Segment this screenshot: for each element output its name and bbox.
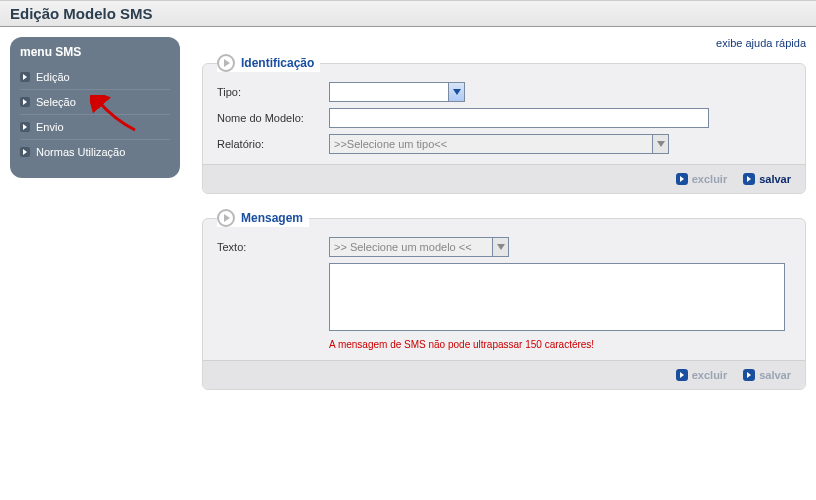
sidebar-item-selecao[interactable]: Seleção [20, 90, 170, 115]
sidebar-item-label: Normas Utilização [36, 146, 125, 158]
panel-actions: excluir salvar [203, 164, 805, 193]
excluir-button[interactable]: excluir [676, 369, 727, 381]
sidebar-item-envio[interactable]: Envio [20, 115, 170, 140]
panel-mensagem: Mensagem Texto: >> Selecione um modelo <… [202, 218, 806, 390]
excluir-button[interactable]: excluir [676, 173, 727, 185]
tipo-label: Tipo: [217, 86, 329, 98]
relatorio-placeholder: >>Selecione um tipo<< [334, 138, 447, 150]
nome-modelo-input[interactable] [329, 108, 709, 128]
salvar-label: salvar [759, 369, 791, 381]
salvar-button[interactable]: salvar [743, 369, 791, 381]
main-content: exibe ajuda rápida Identificação Tipo: [180, 37, 806, 414]
chevron-right-icon [743, 369, 755, 381]
panel-actions: excluir salvar [203, 360, 805, 389]
texto-textarea[interactable] [329, 263, 785, 331]
excluir-label: excluir [692, 173, 727, 185]
modelo-placeholder: >> Selecione um modelo << [334, 241, 472, 253]
sidebar-item-normas[interactable]: Normas Utilização [20, 140, 170, 164]
salvar-button[interactable]: salvar [743, 173, 791, 185]
tipo-select[interactable] [329, 82, 465, 102]
panel-legend: Identificação [217, 54, 320, 72]
chevron-right-icon [743, 173, 755, 185]
page-title: Edição Modelo SMS [10, 5, 806, 22]
hint-text: A mensagem de SMS não pode ultrapassar 1… [329, 337, 791, 350]
relatorio-select: >>Selecione um tipo<< [329, 134, 669, 154]
title-bar: Edição Modelo SMS [0, 0, 816, 27]
sidebar-title: menu SMS [20, 45, 170, 59]
legend-text: Identificação [241, 56, 314, 70]
chevron-right-icon [676, 173, 688, 185]
chevron-right-icon [676, 369, 688, 381]
sidebar-item-label: Seleção [36, 96, 76, 108]
chevron-right-icon [20, 147, 30, 157]
legend-text: Mensagem [241, 211, 303, 225]
panel-identificacao: Identificação Tipo: Nome do Modelo: [202, 63, 806, 194]
panel-legend: Mensagem [217, 209, 309, 227]
chevron-right-icon [20, 97, 30, 107]
chevron-right-icon [20, 72, 30, 82]
nome-label: Nome do Modelo: [217, 112, 329, 124]
texto-label: Texto: [217, 241, 329, 253]
sidebar-item-edicao[interactable]: Edição [20, 65, 170, 90]
modelo-select: >> Selecione um modelo << [329, 237, 509, 257]
excluir-label: excluir [692, 369, 727, 381]
chevron-right-icon [20, 122, 30, 132]
relatorio-label: Relatório: [217, 138, 329, 150]
play-circle-icon [217, 54, 235, 72]
salvar-label: salvar [759, 173, 791, 185]
play-circle-icon [217, 209, 235, 227]
sidebar-item-label: Envio [36, 121, 64, 133]
sidebar-item-label: Edição [36, 71, 70, 83]
sidebar: menu SMS Edição Seleção Envio Normas Uti… [10, 37, 180, 178]
